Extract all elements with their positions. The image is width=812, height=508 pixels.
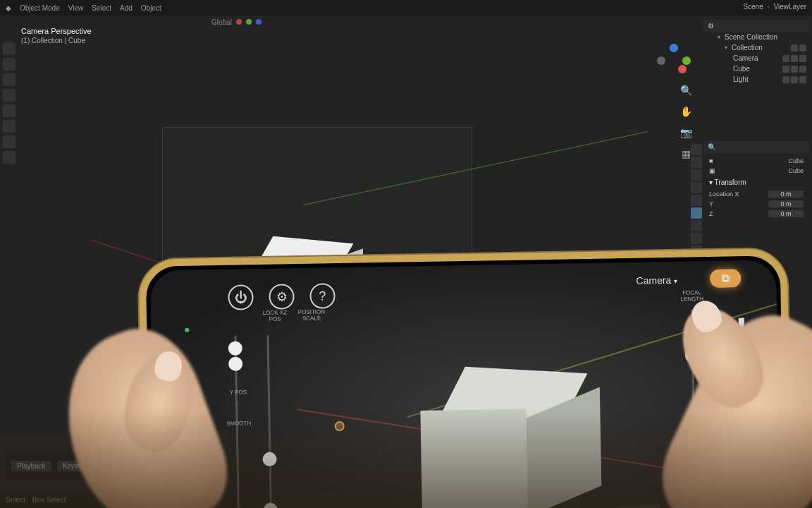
menu-view[interactable]: View bbox=[68, 4, 84, 12]
menu-add[interactable]: Add bbox=[120, 4, 133, 12]
menu-object[interactable]: Object bbox=[141, 4, 161, 12]
data-name-label: ▣ bbox=[709, 167, 715, 174]
navigation-gizmo[interactable] bbox=[657, 44, 692, 79]
link-connection-button[interactable]: ⧉ bbox=[710, 269, 741, 288]
gizmo-z-axis[interactable] bbox=[670, 44, 678, 52]
gizmo-y-axis[interactable] bbox=[682, 56, 691, 65]
tool-rotate[interactable] bbox=[3, 89, 16, 102]
pan-icon[interactable]: ✋ bbox=[679, 106, 692, 119]
tool-transform[interactable] bbox=[3, 120, 16, 133]
prop-tab-view[interactable] bbox=[691, 169, 702, 181]
tool-measure[interactable] bbox=[3, 151, 16, 164]
outliner-header: ⚙ bbox=[703, 20, 809, 32]
zoom-icon[interactable]: 🔍 bbox=[679, 85, 692, 97]
menu-mode[interactable]: Object Mode bbox=[20, 4, 60, 12]
outliner-item-camera[interactable]: Camera bbox=[703, 53, 809, 64]
outliner-scene-collection[interactable]: ▾Scene Collection bbox=[703, 32, 809, 42]
outliner-item-light[interactable]: Light bbox=[703, 74, 809, 85]
outliner-item-cube[interactable]: Cube bbox=[703, 64, 809, 74]
scene-dropdown[interactable]: Scene bbox=[743, 3, 763, 11]
chevron-down-icon: ▾ bbox=[674, 277, 677, 285]
lock-xz-label: LOCK XZ POS bbox=[258, 309, 292, 322]
help-button[interactable]: ? bbox=[309, 283, 336, 309]
chain-link-icon: ⧉ bbox=[722, 272, 730, 284]
desk-shadow bbox=[0, 409, 812, 508]
transform-header[interactable]: ▾ Transform bbox=[709, 179, 804, 186]
viewlayer-dropdown[interactable]: ViewLayer bbox=[773, 3, 806, 11]
gear-icon: ⚙ bbox=[276, 289, 287, 304]
gizmo-neg-axis[interactable] bbox=[657, 56, 665, 65]
blender-header-tools: Global bbox=[211, 16, 262, 28]
filter-icon[interactable]: ⚙ bbox=[708, 22, 714, 30]
prop-tab-render[interactable] bbox=[691, 144, 702, 155]
data-name[interactable]: Cube bbox=[788, 167, 804, 174]
outliner-panel: ⚙ ▾Scene Collection ▾Collection Camera C… bbox=[703, 20, 809, 85]
menu-select[interactable]: Select bbox=[92, 4, 111, 12]
blender-left-toolbar bbox=[3, 42, 16, 164]
tool-scale[interactable] bbox=[3, 104, 16, 117]
tool-select[interactable] bbox=[3, 42, 16, 55]
axis-dot-y bbox=[246, 19, 252, 25]
tool-move[interactable] bbox=[3, 73, 16, 86]
prop-tab-world[interactable] bbox=[691, 195, 702, 206]
prop-tab-scene[interactable] bbox=[691, 182, 702, 193]
blender-logo: ◆ bbox=[6, 4, 11, 12]
prop-tab-object[interactable] bbox=[691, 207, 702, 219]
app-top-labels: LOCK XZ POS POSITION SCALE bbox=[221, 308, 328, 323]
object-name[interactable]: Cube bbox=[788, 157, 804, 164]
blender-menubar: ◆ Object Mode View Select Add Object bbox=[0, 0, 812, 16]
prop-tab-output[interactable] bbox=[691, 157, 702, 168]
orientation-dropdown[interactable]: Global bbox=[211, 18, 232, 26]
ypos-label: Y POS bbox=[223, 389, 254, 396]
position-scale-label: POSITION SCALE bbox=[295, 308, 328, 322]
properties-tabs bbox=[691, 144, 702, 257]
search-icon: 🔍 bbox=[708, 143, 716, 151]
topright-scene-header: Scene · ViewLayer bbox=[743, 3, 806, 11]
tool-annotate[interactable] bbox=[3, 135, 16, 148]
camera-dropdown[interactable]: Camera ▾ bbox=[636, 274, 677, 286]
gizmo-x-axis[interactable] bbox=[678, 65, 687, 73]
settings-button[interactable]: ⚙ bbox=[269, 284, 295, 310]
object-name-label: ■ bbox=[709, 157, 713, 164]
prop-tab-particle[interactable] bbox=[691, 233, 702, 244]
properties-search[interactable]: 🔍 bbox=[703, 141, 809, 153]
outliner-collection[interactable]: ▾Collection bbox=[703, 42, 809, 53]
location-x-value[interactable]: 0 m bbox=[768, 190, 804, 198]
prop-tab-modifier[interactable] bbox=[691, 220, 702, 231]
power-button[interactable]: ⏻ bbox=[228, 284, 254, 310]
axis-dot-z bbox=[256, 19, 262, 25]
viewport-title: Camera Perspective bbox=[21, 27, 92, 35]
properties-panel: 🔍 ■Cube ▣Cube ▾ Transform Location X0 m … bbox=[703, 141, 809, 222]
location-z-value[interactable]: 0 m bbox=[768, 210, 804, 217]
status-indicator-dot bbox=[185, 328, 189, 332]
tool-cursor[interactable] bbox=[3, 58, 16, 71]
location-z-label: Z bbox=[709, 210, 713, 217]
location-x-label: Location X bbox=[709, 190, 739, 198]
camera-view-icon[interactable]: 📷 bbox=[679, 127, 692, 140]
app-top-toolbar: ⏻ ⚙ ? bbox=[228, 283, 336, 310]
location-y-value[interactable]: 0 m bbox=[768, 200, 804, 207]
axis-dot-x bbox=[236, 19, 242, 25]
location-y-label: Y bbox=[709, 200, 713, 207]
